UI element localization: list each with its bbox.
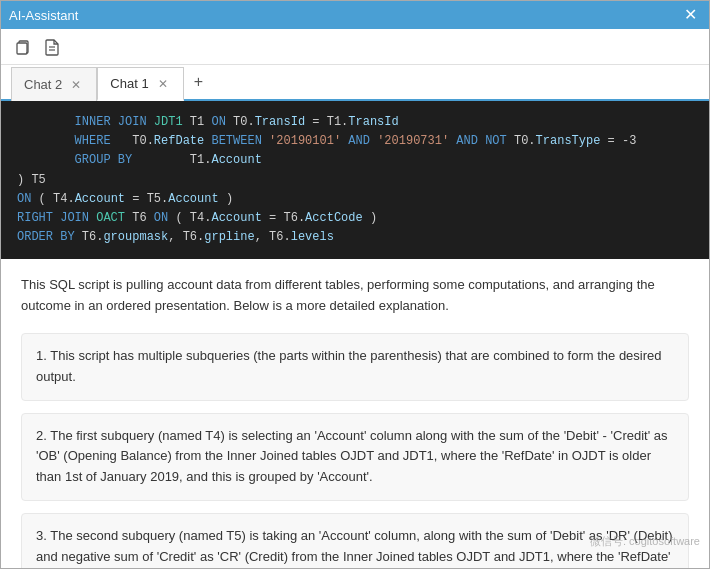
tab-chat2-close[interactable]: ✕ — [68, 77, 84, 93]
main-window: AI-Assistant ✕ Chat 2 ✕ Chat 1 — [0, 0, 710, 569]
copy-icon[interactable] — [11, 36, 33, 58]
toolbar — [1, 29, 709, 65]
tab-add-button[interactable]: + — [184, 65, 213, 99]
tab-chat2[interactable]: Chat 2 ✕ — [11, 67, 97, 101]
explanation-item-1: 1. This script has multiple subqueries (… — [21, 333, 689, 401]
explanation-item-2: 2. The first subquery (named T4) is sele… — [21, 413, 689, 501]
file-icon[interactable] — [41, 36, 63, 58]
explanation-item-3: 3. The second subquery (named T5) is tak… — [21, 513, 689, 568]
main-description: This SQL script is pulling account data … — [21, 275, 689, 317]
content-area: INNER JOIN JDT1 T1 ON T0.TransId = T1.Tr… — [1, 101, 709, 568]
code-line-6: RIGHT JOIN OACT T6 ON ( T4.Account = T6.… — [17, 209, 693, 228]
text-section: This SQL script is pulling account data … — [1, 259, 709, 568]
tab-chat1-label: Chat 1 — [110, 76, 148, 91]
explanation-3-text: 3. The second subquery (named T5) is tak… — [36, 528, 673, 568]
code-line-2: WHERE T0.RefDate BETWEEN '20190101' AND … — [17, 132, 693, 151]
code-block: INNER JOIN JDT1 T1 ON T0.TransId = T1.Tr… — [1, 101, 709, 259]
title-bar-left: AI-Assistant — [9, 8, 78, 23]
code-line-5: ON ( T4.Account = T5.Account ) — [17, 190, 693, 209]
tab-chat1[interactable]: Chat 1 ✕ — [97, 67, 183, 101]
close-button[interactable]: ✕ — [680, 7, 701, 23]
tabs-bar: Chat 2 ✕ Chat 1 ✕ + — [1, 65, 709, 101]
code-line-4: ) T5 — [17, 171, 693, 190]
code-line-7: ORDER BY T6.groupmask, T6.grpline, T6.le… — [17, 228, 693, 247]
tab-chat2-label: Chat 2 — [24, 77, 62, 92]
window-title: AI-Assistant — [9, 8, 78, 23]
scrollable-content[interactable]: INNER JOIN JDT1 T1 ON T0.TransId = T1.Tr… — [1, 101, 709, 568]
code-line-1: INNER JOIN JDT1 T1 ON T0.TransId = T1.Tr… — [17, 113, 693, 132]
tab-chat1-close[interactable]: ✕ — [155, 76, 171, 92]
title-bar: AI-Assistant ✕ — [1, 1, 709, 29]
explanation-1-text: 1. This script has multiple subqueries (… — [36, 348, 662, 384]
explanation-2-text: 2. The first subquery (named T4) is sele… — [36, 428, 668, 485]
watermark: 微信号: cogitosoftware — [590, 534, 700, 549]
svg-rect-0 — [17, 43, 27, 54]
code-line-3: GROUP BY T1.Account — [17, 151, 693, 170]
